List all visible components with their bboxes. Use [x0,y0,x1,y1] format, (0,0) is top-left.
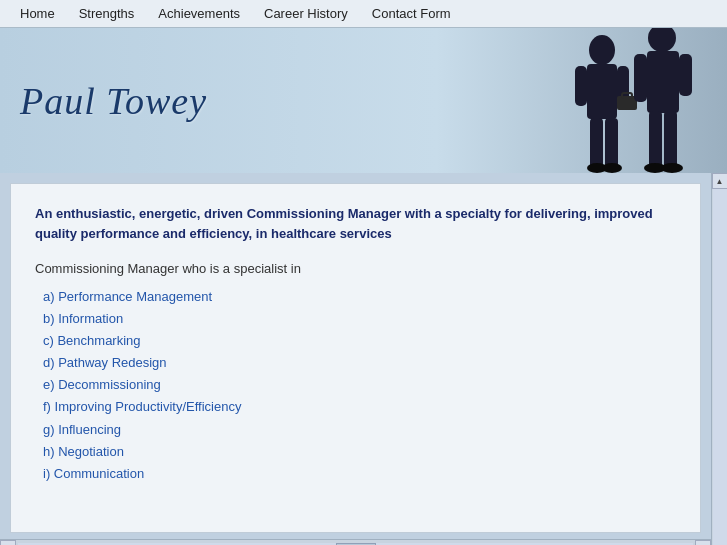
hero-banner: Paul Towey [0,28,727,173]
nav-strengths[interactable]: Strengths [67,6,147,21]
svg-point-17 [661,163,683,173]
page-wrapper: An enthusiastic, energetic, driven Commi… [0,173,727,545]
navbar: Home Strengths Achievements Career Histo… [0,0,727,28]
scroll-up-btn[interactable]: ▲ [712,173,728,189]
svg-rect-12 [634,54,647,102]
specialist-label: Commissioning Manager who is a specialis… [35,261,676,276]
hero-title: Paul Towey [20,79,207,123]
svg-rect-7 [605,118,618,168]
svg-rect-14 [649,111,662,169]
list-item-2: c) Benchmarking [35,330,676,352]
list-item-8: i) Communication [35,463,676,485]
svg-rect-13 [679,54,692,96]
scroll-track-vertical[interactable] [713,189,727,545]
list-item-6: g) Influencing [35,419,676,441]
main-content-area: An enthusiastic, energetic, driven Commi… [0,173,711,545]
list-item-7: h) Negotiation [35,441,676,463]
svg-rect-2 [575,66,587,106]
list-item-4: e) Decommissioning [35,374,676,396]
vertical-scrollbar: ▲ ▼ [711,173,727,545]
nav-achievements[interactable]: Achievements [146,6,252,21]
specialties-list: a) Performance Management b) Information… [35,286,676,485]
list-item-1: b) Information [35,308,676,330]
list-item-3: d) Pathway Redesign [35,352,676,374]
list-item-5: f) Improving Productivity/Efficiency [35,396,676,418]
scroll-left-btn[interactable]: ◀ [0,540,16,545]
svg-point-10 [648,28,676,52]
svg-rect-1 [587,64,617,119]
horizontal-scrollbar: ◀ ▶ [0,539,711,545]
svg-rect-11 [647,51,679,113]
nav-home[interactable]: Home [8,6,67,21]
scroll-right-btn[interactable]: ▶ [695,540,711,545]
hero-silhouette [497,28,727,173]
svg-rect-15 [664,111,677,169]
svg-rect-6 [590,118,603,168]
content-card: An enthusiastic, energetic, driven Commi… [10,183,701,533]
svg-point-0 [589,35,615,65]
svg-point-9 [602,163,622,173]
nav-contact-form[interactable]: Contact Form [360,6,463,21]
nav-career-history[interactable]: Career History [252,6,360,21]
list-item-0: a) Performance Management [35,286,676,308]
intro-text: An enthusiastic, energetic, driven Commi… [35,204,676,243]
